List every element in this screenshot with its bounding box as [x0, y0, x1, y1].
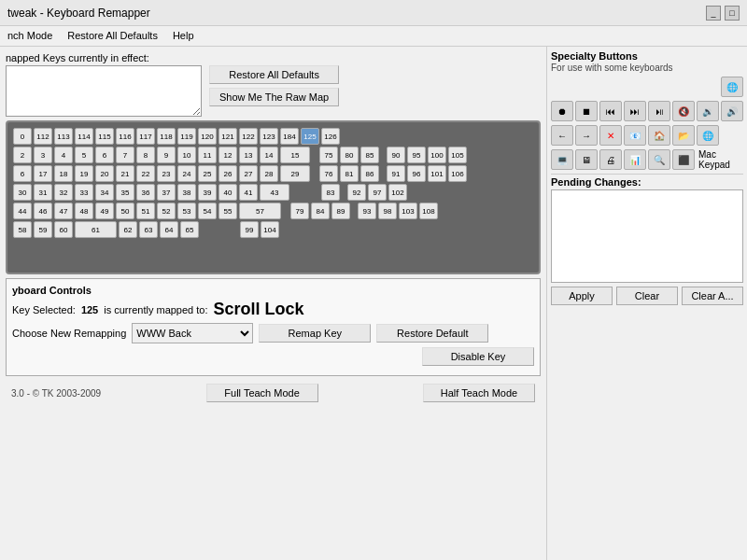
key-105[interactable]: 105 [448, 147, 467, 163]
minimize-button[interactable]: _ [706, 6, 721, 21]
key-25[interactable]: 25 [198, 165, 217, 182]
clear-all-button[interactable]: Clear A... [682, 287, 743, 305]
key-75[interactable]: 75 [319, 147, 338, 163]
key-51[interactable]: 51 [136, 203, 155, 219]
show-raw-map-button[interactable]: Show Me The Raw Map [209, 88, 339, 106]
key-6[interactable]: 6 [95, 147, 114, 163]
half-teach-mode-button[interactable]: Half Teach Mode [423, 384, 535, 402]
restore-default-button[interactable]: Restore Default [376, 324, 488, 343]
key-49[interactable]: 49 [95, 203, 114, 219]
key-47[interactable]: 47 [54, 203, 73, 219]
key-18[interactable]: 18 [54, 165, 73, 182]
key-53[interactable]: 53 [177, 203, 196, 219]
key-29[interactable]: 29 [280, 165, 310, 182]
key-114[interactable]: 114 [75, 128, 93, 145]
key-84[interactable]: 84 [311, 203, 330, 219]
key-41[interactable]: 41 [239, 184, 258, 201]
key-115[interactable]: 115 [95, 128, 114, 145]
key-113[interactable]: 113 [54, 128, 73, 145]
key-117[interactable]: 117 [136, 128, 155, 145]
key-92[interactable]: 92 [347, 184, 366, 201]
key-30[interactable]: 30 [13, 184, 32, 201]
key-121[interactable]: 121 [218, 128, 237, 145]
key-59[interactable]: 59 [34, 221, 52, 238]
key-2[interactable]: 2 [13, 147, 32, 163]
menu-teach-mode[interactable]: nch Mode [0, 28, 60, 44]
key-46[interactable]: 46 [34, 203, 52, 219]
icon-black-square[interactable]: ⬛ [672, 149, 695, 170]
key-19[interactable]: 19 [75, 165, 93, 182]
key-33[interactable]: 33 [75, 184, 93, 201]
key-11[interactable]: 11 [198, 147, 217, 163]
key-184[interactable]: 184 [280, 128, 299, 145]
icon-vol-down[interactable]: 🔉 [697, 101, 719, 121]
key-123[interactable]: 123 [260, 128, 278, 145]
key-50[interactable]: 50 [116, 203, 134, 219]
key-98[interactable]: 98 [378, 203, 397, 219]
disable-key-button[interactable]: Disable Key [422, 347, 534, 366]
key-35[interactable]: 35 [116, 184, 134, 201]
key-63[interactable]: 63 [139, 221, 158, 238]
key-20[interactable]: 20 [95, 165, 114, 182]
key-32[interactable]: 32 [54, 184, 73, 201]
key-125[interactable]: 125 [301, 128, 319, 145]
key-7[interactable]: 7 [116, 147, 134, 163]
icon-printer[interactable]: 🖨 [599, 149, 622, 170]
key-13[interactable]: 13 [239, 147, 258, 163]
key-52[interactable]: 52 [157, 203, 176, 219]
key-83[interactable]: 83 [321, 184, 340, 201]
key-81[interactable]: 81 [340, 165, 359, 182]
key-96[interactable]: 96 [407, 165, 426, 182]
icon-mute[interactable]: 🔇 [672, 101, 695, 121]
key-17[interactable]: 17 [34, 165, 52, 182]
globe-icon[interactable]: 🌐 [721, 77, 743, 97]
icon-monitor[interactable]: 🖥 [575, 149, 598, 170]
key-23[interactable]: 23 [157, 165, 176, 182]
key-65[interactable]: 65 [180, 221, 199, 238]
icon-search[interactable]: 🔍 [648, 149, 670, 170]
maximize-button[interactable]: □ [725, 6, 740, 21]
remap-select[interactable]: WWW Back Scroll Lock Num Lock Caps Lock [132, 323, 253, 343]
icon-home[interactable]: 🏠 [648, 125, 670, 146]
icon-chart[interactable]: 📊 [624, 149, 646, 170]
key-61[interactable]: 61 [75, 221, 117, 238]
key-4[interactable]: 4 [54, 147, 73, 163]
key-31[interactable]: 31 [34, 184, 52, 201]
key-76[interactable]: 76 [319, 165, 338, 182]
key-28[interactable]: 28 [260, 165, 278, 182]
icon-back[interactable]: ← [551, 125, 573, 146]
key-60[interactable]: 60 [54, 221, 73, 238]
key-64[interactable]: 64 [160, 221, 178, 238]
key-80[interactable]: 80 [340, 147, 359, 163]
key-0[interactable]: 0 [13, 128, 32, 145]
icon-next[interactable]: ⏭ [624, 101, 646, 121]
key-43[interactable]: 43 [260, 184, 289, 201]
key-26[interactable]: 26 [218, 165, 237, 182]
key-122[interactable]: 122 [239, 128, 258, 145]
key-100[interactable]: 100 [428, 147, 446, 163]
key-39[interactable]: 39 [198, 184, 217, 201]
key-79[interactable]: 79 [290, 203, 309, 219]
apply-button[interactable]: Apply [551, 287, 613, 305]
icon-close[interactable]: ✕ [599, 125, 622, 146]
icon-web[interactable]: 🌐 [697, 125, 719, 146]
icon-folder[interactable]: 📂 [672, 125, 695, 146]
key-55[interactable]: 55 [218, 203, 237, 219]
restore-all-defaults-button[interactable]: Restore All Defaults [209, 65, 339, 84]
key-10[interactable]: 10 [177, 147, 196, 163]
key-3[interactable]: 3 [34, 147, 52, 163]
key-15[interactable]: 15 [280, 147, 310, 163]
key-101[interactable]: 101 [428, 165, 446, 182]
key-108[interactable]: 108 [419, 203, 438, 219]
icon-prev[interactable]: ⏮ [599, 101, 622, 121]
key-38[interactable]: 38 [177, 184, 196, 201]
remapped-keys-box[interactable] [6, 65, 202, 117]
key-126[interactable]: 126 [321, 128, 340, 145]
key-99[interactable]: 99 [240, 221, 259, 238]
icon-email[interactable]: 📧 [624, 125, 646, 146]
icon-playpause[interactable]: ⏯ [648, 101, 670, 121]
key-91[interactable]: 91 [387, 165, 405, 182]
key-86[interactable]: 86 [360, 165, 379, 182]
key-120[interactable]: 120 [198, 128, 217, 145]
key-106[interactable]: 106 [448, 165, 467, 182]
